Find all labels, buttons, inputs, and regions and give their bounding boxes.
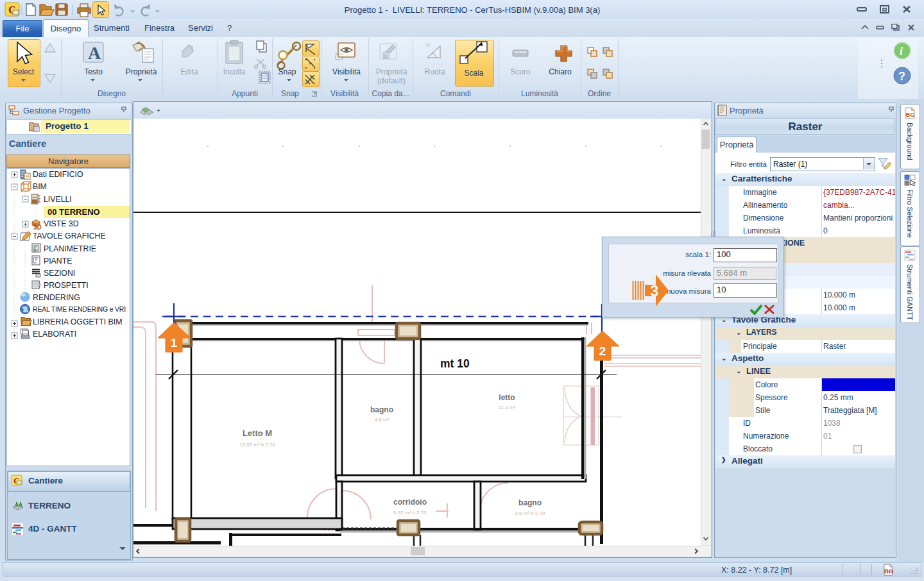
svg-text:mt 10: mt 10: [440, 357, 470, 370]
svg-text:3.8 m² h 2.70: 3.8 m² h 2.70: [515, 510, 545, 516]
svg-text:2: 2: [599, 344, 606, 358]
svg-text:1: 1: [171, 336, 178, 349]
svg-text:11.4 m²: 11.4 m²: [499, 405, 516, 410]
svg-text:16.52 m² h 2.70: 16.52 m² h 2.70: [239, 442, 276, 448]
svg-text:i: i: [900, 45, 903, 58]
svg-text:5.62 m² h 2.70: 5.62 m² h 2.70: [393, 510, 427, 516]
svg-text:bagno: bagno: [518, 498, 542, 507]
svg-text:3: 3: [651, 283, 659, 299]
svg-text:Letto M: Letto M: [243, 428, 272, 438]
svg-text:A: A: [88, 43, 101, 63]
svg-text:?: ?: [898, 70, 905, 83]
svg-text:4.8 m²: 4.8 m²: [375, 417, 389, 423]
svg-text:BG: BG: [884, 568, 893, 575]
svg-text:BG: BG: [906, 111, 915, 118]
svg-text:D: D: [384, 53, 388, 59]
svg-text:corridoio: corridoio: [393, 498, 427, 507]
svg-text:bagno: bagno: [370, 405, 393, 414]
svg-text:letto: letto: [499, 393, 515, 402]
